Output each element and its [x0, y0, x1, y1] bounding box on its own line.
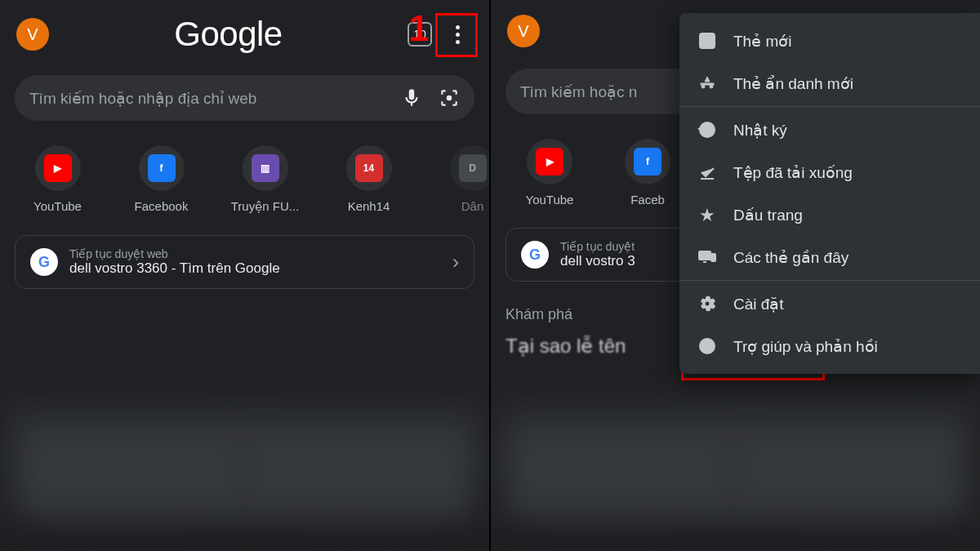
search-placeholder: Tìm kiếm hoặc nhập địa chỉ web	[29, 89, 393, 108]
annotation-number-1: 1	[409, 8, 429, 49]
menu-label: Cài đặt	[733, 295, 784, 313]
chrome-overflow-menu: Thẻ mới Thẻ ẩn danh mới Nhật ký Tệp đã t…	[679, 13, 980, 374]
profile-avatar[interactable]: V	[507, 15, 540, 47]
menu-incognito[interactable]: Thẻ ẩn danh mới	[679, 62, 980, 107]
annotation-box-1	[435, 13, 478, 57]
discover-feed-blurred	[0, 396, 489, 551]
google-logo: Google	[174, 15, 282, 54]
shortcut-dantri[interactable]: DDân	[432, 145, 492, 214]
continue-browsing-card[interactable]: G Tiếp tục duyệt web dell vostro 3360 - …	[15, 235, 474, 289]
discover-feed-blurred	[491, 396, 980, 551]
google-g-icon: G	[30, 248, 58, 276]
menu-label: Tệp đã tải xuống	[733, 163, 853, 182]
menu-label: Trợ giúp và phản hồi	[733, 337, 878, 356]
shortcut-facebook[interactable]: fFacebook	[121, 145, 203, 214]
menu-recent-tabs[interactable]: Các thẻ gần đây	[679, 236, 980, 281]
shortcut-kenh14[interactable]: 14Kenh14	[328, 145, 410, 214]
shortcut-truyen[interactable]: ▥Truyện FU...	[225, 145, 306, 214]
voice-search-icon[interactable]	[401, 87, 422, 109]
menu-label: Nhật ký	[733, 121, 787, 140]
menu-label: Các thẻ gần đây	[733, 248, 849, 267]
facebook-icon: f	[634, 148, 662, 176]
screenshot-step-2: V Tìm kiếm hoặc n ▶YouTube fFaceb G Tiếp…	[491, 0, 980, 551]
screenshot-step-1: V Google 10 1 Tìm kiếm hoặc nhập địa chỉ…	[0, 0, 491, 551]
svg-rect-2	[699, 251, 710, 260]
kenh14-icon: 14	[355, 154, 383, 182]
chevron-right-icon: ›	[452, 251, 459, 273]
devices-icon	[697, 247, 717, 267]
svg-rect-3	[711, 254, 715, 261]
help-icon	[697, 336, 717, 356]
continue-heading: Tiếp tục duyệt web	[69, 247, 441, 260]
search-bar[interactable]: Tìm kiếm hoặc nhập địa chỉ web	[15, 75, 474, 121]
menu-settings[interactable]: Cài đặt	[679, 282, 980, 325]
facebook-icon: f	[148, 154, 176, 182]
menu-downloads[interactable]: Tệp đã tải xuống	[679, 151, 980, 193]
menu-help[interactable]: Trợ giúp và phản hồi	[679, 325, 980, 367]
profile-avatar[interactable]: V	[16, 18, 49, 51]
download-done-icon	[697, 162, 717, 182]
shortcuts-row: ▶YouTube fFacebook ▥Truyện FU... 14Kenh1…	[0, 121, 489, 214]
google-g-icon: G	[521, 241, 549, 269]
history-icon	[697, 120, 717, 140]
youtube-icon: ▶	[44, 154, 72, 182]
svg-point-0	[447, 96, 452, 101]
menu-new-tab[interactable]: Thẻ mới	[679, 20, 980, 62]
site-icon: D	[459, 154, 487, 182]
star-icon: ★	[697, 205, 717, 224]
youtube-icon: ▶	[536, 148, 564, 176]
lens-search-icon[interactable]	[439, 87, 460, 109]
shortcut-facebook[interactable]: fFaceb	[607, 139, 688, 207]
menu-history[interactable]: Nhật ký	[679, 109, 980, 151]
incognito-icon	[697, 73, 717, 93]
menu-label: Dấu trang	[733, 206, 803, 224]
book-icon: ▥	[252, 154, 279, 182]
shortcut-youtube[interactable]: ▶YouTube	[509, 139, 590, 207]
menu-label: Thẻ ẩn danh mới	[733, 74, 853, 93]
plus-box-icon	[697, 31, 717, 51]
gear-icon	[697, 294, 717, 313]
continue-title: dell vostro 3360 - Tìm trên Google	[69, 260, 441, 277]
menu-bookmarks[interactable]: ★ Dấu trang	[679, 193, 980, 236]
shortcut-youtube[interactable]: ▶YouTube	[17, 145, 99, 214]
menu-label: Thẻ mới	[733, 32, 792, 51]
